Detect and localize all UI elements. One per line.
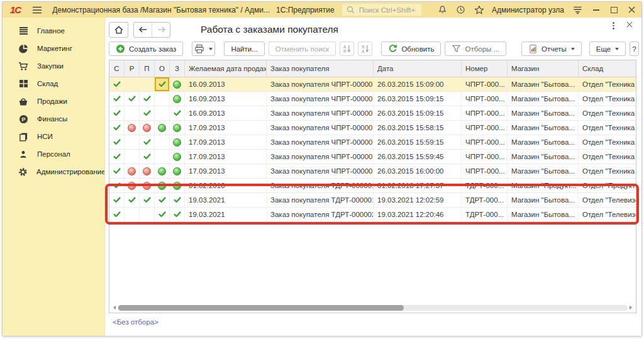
column-header-4[interactable]: О — [155, 60, 170, 77]
cell-date: 26.03.2015 15:59:45 — [374, 150, 462, 164]
close-window-button[interactable] — [628, 6, 635, 14]
current-user[interactable]: Администратор узла — [492, 6, 564, 14]
form-close-icon[interactable] — [625, 20, 634, 29]
column-header-6[interactable]: Желаемая дата продажи — [185, 60, 267, 77]
search-input[interactable] — [358, 6, 417, 14]
find-button[interactable]: Найти... — [224, 42, 264, 56]
scroll-right-icon[interactable] — [630, 306, 632, 309]
table-row[interactable]: 19.03.2021Заказ покупателя ТДРТ-000002..… — [109, 208, 636, 222]
sidebar-item-1[interactable]: Главное — [3, 22, 104, 40]
cell-store: Магазин "Бытова... — [508, 121, 579, 135]
history-icon[interactable] — [456, 5, 465, 14]
minimize-button[interactable] — [592, 6, 600, 14]
cell-number: ТДРТ-000... — [462, 193, 508, 207]
column-header-11[interactable]: Склад — [579, 60, 636, 77]
table-row[interactable]: 16.09.2013Заказ покупателя ЧПРТ-00000...… — [109, 106, 636, 121]
sidebar-item-6[interactable]: РФинансы — [3, 110, 104, 128]
grid-icon — [18, 79, 28, 88]
cell-store: Магазин "Бытова... — [508, 77, 579, 91]
global-search-field[interactable] — [342, 4, 421, 16]
filters-button[interactable]: Отборы ... — [445, 42, 506, 56]
ruble-icon: Р — [18, 114, 28, 124]
cell-number: ЧПРТ-000... — [462, 135, 508, 149]
table-body: 16.09.2013Заказ покупателя ЧПРТ-00000...… — [109, 77, 636, 222]
check-icon — [113, 96, 121, 102]
check-icon — [143, 139, 151, 145]
table-row[interactable]: 16.09.2013Заказ покупателя ЧПРТ-00000...… — [109, 77, 636, 92]
sidebar-item-2[interactable]: Маркетинг — [3, 40, 104, 57]
column-header-3[interactable]: П — [140, 60, 155, 77]
status-cell — [109, 193, 125, 207]
cell-warehouse: Отдел "Техника д — [579, 106, 636, 120]
title-bar: 1С Демонстрационная база /Магазин "Бытов… — [3, 2, 641, 18]
table-row[interactable]: 17.09.2013Заказ покупателя ЧПРТ-00000...… — [109, 164, 636, 179]
funnel-icon — [452, 44, 461, 53]
table-row[interactable]: 01.02.2018Заказ покупателя ТДРТ-000001..… — [109, 179, 636, 193]
status-cell — [125, 121, 140, 135]
status-cell — [109, 92, 125, 106]
column-header-9[interactable]: Номер — [462, 60, 508, 77]
sidebar-item-8[interactable]: Персонал — [3, 145, 104, 163]
maximize-button[interactable] — [610, 6, 618, 14]
check-icon — [158, 211, 166, 218]
sidebar-item-label: Закупки — [37, 62, 64, 70]
form-menu-dots-icon[interactable] — [611, 20, 616, 31]
pie-chart-icon — [18, 44, 28, 53]
scrollbar-track[interactable] — [118, 305, 628, 311]
svg-text:А: А — [362, 49, 365, 53]
cell-date: 19.03.2021 12:20:46 — [374, 208, 462, 221]
sidebar-item-7[interactable]: НСИ — [3, 128, 104, 145]
sidebar-item-label: Финансы — [37, 115, 67, 123]
sidebar-item-3[interactable]: Закупки — [3, 57, 104, 75]
page-title: Работа с заказами покупателя — [201, 24, 338, 35]
column-header-7[interactable]: Заказ покупателя — [267, 60, 374, 77]
status-cell — [109, 77, 125, 91]
forward-button[interactable] — [152, 23, 170, 37]
sort-ascending-button[interactable]: АЯ — [340, 42, 354, 56]
plus-circle-icon — [116, 44, 125, 53]
status-cell — [125, 150, 140, 164]
table-row[interactable]: 16.09.2013Заказ покупателя ЧПРТ-00000...… — [109, 92, 636, 106]
help-button[interactable]: ? — [630, 42, 638, 56]
cell-warehouse: Отдел "Техника д — [579, 164, 636, 178]
status-cell — [125, 164, 140, 178]
column-header-10[interactable]: Магазин — [508, 60, 579, 77]
sort-descending-button[interactable]: ЯА — [358, 42, 372, 56]
status-cell — [140, 179, 155, 192]
print-button[interactable] — [192, 42, 215, 56]
status-cell — [125, 106, 140, 120]
favorites-star-icon[interactable] — [474, 5, 484, 15]
cancel-search-button[interactable]: Отменить поиск — [269, 42, 336, 56]
table-row[interactable]: 19.03.2021Заказ покупателя ТДРТ-000001..… — [109, 193, 636, 208]
filter-status-link[interactable]: <Без отбора> — [113, 318, 158, 326]
reports-button[interactable]: Отчеты — [521, 42, 582, 56]
cell-date: 26.03.2015 15:59:15 — [374, 135, 462, 149]
column-header-1[interactable]: С — [109, 60, 125, 77]
sidebar-item-5[interactable]: Продажи — [3, 92, 104, 110]
scroll-left-icon[interactable] — [113, 306, 116, 309]
more-button[interactable]: Еще — [589, 42, 626, 56]
sidebar-item-label: Администрирование — [36, 168, 106, 175]
scrollbar-thumb[interactable] — [118, 305, 404, 311]
horizontal-scrollbar[interactable] — [113, 304, 632, 311]
back-button[interactable] — [134, 23, 152, 37]
status-cell — [109, 208, 125, 221]
table-row[interactable]: 17.09.2013Заказ покупателя ЧПРТ-00000...… — [109, 150, 636, 164]
check-icon — [128, 197, 136, 203]
column-header-5[interactable]: З — [170, 60, 185, 77]
column-header-2[interactable]: Р — [125, 60, 140, 77]
table-row[interactable]: 17.09.2013Заказ покупателя ЧПРТ-00000...… — [109, 121, 636, 135]
cell-warehouse: Отдел "Техника д — [579, 135, 636, 149]
status-cell — [125, 92, 140, 106]
home-button[interactable] — [109, 22, 128, 38]
refresh-button[interactable]: Обновить — [381, 42, 441, 56]
sidebar-item-4[interactable]: Склад — [3, 75, 104, 92]
table-row[interactable]: 17.09.2013Заказ покупателя ЧПРТ-00000...… — [109, 135, 636, 150]
print-dropdown-caret-icon — [209, 48, 213, 50]
create-order-button[interactable]: Создать заказ — [109, 42, 183, 56]
main-menu-icon[interactable] — [32, 6, 42, 14]
service-menu-icon[interactable] — [573, 6, 582, 14]
notifications-bell-icon[interactable] — [438, 5, 447, 14]
column-header-8[interactable]: Дата — [374, 60, 462, 77]
sidebar-item-9[interactable]: Администрирование — [3, 163, 104, 181]
